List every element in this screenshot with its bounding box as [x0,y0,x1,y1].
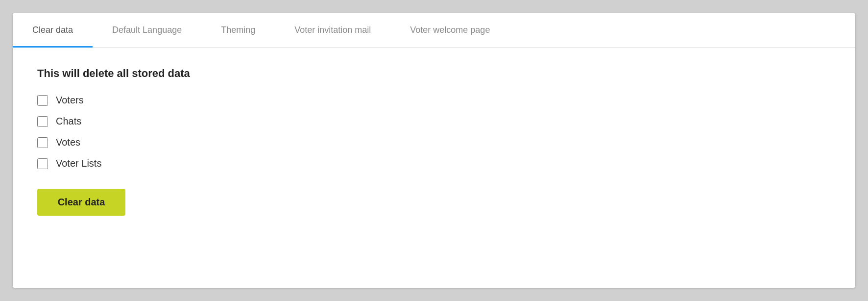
checkbox-votes[interactable]: Votes [37,137,831,148]
tab-default-language[interactable]: Default Language [93,13,201,47]
tab-content: This will delete all stored data Voters … [13,48,855,235]
tab-theming[interactable]: Theming [201,13,275,47]
votes-label: Votes [56,137,80,148]
voters-label: Voters [56,95,84,106]
voters-checkbox[interactable] [37,95,48,106]
clear-data-button[interactable]: Clear data [37,189,125,216]
tab-voter-welcome-page[interactable]: Voter welcome page [390,13,509,47]
chats-label: Chats [56,116,81,127]
checkbox-voters[interactable]: Voters [37,95,831,106]
voter-lists-checkbox[interactable] [37,158,48,169]
votes-checkbox[interactable] [37,137,48,148]
voter-lists-label: Voter Lists [56,158,101,169]
checkbox-chats[interactable]: Chats [37,116,831,127]
checkbox-list: Voters Chats Votes Voter Lists [37,95,831,169]
settings-card: Clear data Default Language Theming Vote… [13,13,855,288]
section-title: This will delete all stored data [37,67,831,80]
checkbox-voter-lists[interactable]: Voter Lists [37,158,831,169]
chats-checkbox[interactable] [37,116,48,127]
tab-bar: Clear data Default Language Theming Vote… [13,13,855,48]
tab-clear-data[interactable]: Clear data [13,13,93,47]
tab-voter-invitation-mail[interactable]: Voter invitation mail [275,13,390,47]
